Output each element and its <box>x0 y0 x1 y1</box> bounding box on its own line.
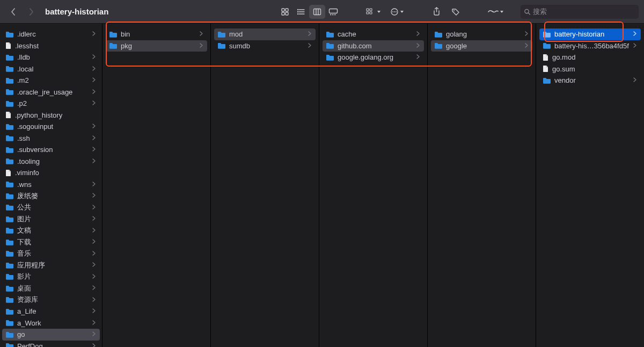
list-item[interactable]: github.com <box>323 40 424 52</box>
column-1[interactable]: binpkg <box>103 24 211 347</box>
list-item[interactable]: .p2 <box>2 98 100 110</box>
action-menu-button[interactable] <box>386 5 407 19</box>
list-item[interactable]: a_Work <box>2 317 100 329</box>
list-item[interactable]: go.sum <box>539 63 641 75</box>
list-item[interactable]: .m2 <box>2 75 100 86</box>
list-item[interactable]: 桌面 <box>2 283 100 294</box>
chevron-right-icon <box>308 43 311 49</box>
chevron-right-icon <box>416 43 420 49</box>
list-item[interactable]: .viminfo <box>2 167 100 179</box>
chevron-right-icon <box>92 285 96 291</box>
chevron-right-icon <box>92 182 96 187</box>
dropbox-button[interactable] <box>485 5 506 19</box>
list-item[interactable]: .wns <box>2 179 100 191</box>
list-item[interactable]: google <box>431 40 532 52</box>
item-label: .ssh <box>17 134 89 142</box>
list-item[interactable]: vendor <box>539 75 641 86</box>
list-item[interactable]: 影片 <box>2 271 100 283</box>
item-label: a_Work <box>17 319 89 327</box>
folder-icon <box>5 54 14 61</box>
view-list-button[interactable] <box>293 5 309 19</box>
svg-point-23 <box>394 11 395 12</box>
svg-rect-16 <box>334 14 336 15</box>
item-label: mod <box>229 30 305 38</box>
list-item[interactable]: go.mod <box>539 52 641 63</box>
list-item[interactable]: PerfDog <box>2 341 100 348</box>
list-item[interactable]: .subversion <box>2 144 100 156</box>
nav-back-button[interactable] <box>5 4 20 19</box>
list-item[interactable]: pkg <box>106 40 207 52</box>
chevron-right-icon <box>92 135 96 141</box>
view-icons-button[interactable] <box>277 5 293 19</box>
list-item[interactable]: 资源库 <box>2 294 100 306</box>
list-item[interactable]: 下载 <box>2 236 100 248</box>
svg-point-9 <box>298 13 298 14</box>
item-label: 下载 <box>17 237 89 247</box>
chevron-right-icon <box>92 100 96 106</box>
list-item[interactable]: sumdb <box>214 40 316 52</box>
chevron-right-icon <box>92 66 96 72</box>
chevron-right-icon <box>92 331 96 337</box>
tags-button[interactable] <box>448 5 464 19</box>
list-item[interactable]: .idlerc <box>2 28 100 40</box>
list-item[interactable]: google.golang.org <box>323 52 424 63</box>
item-label: battery-his…356ba4fd5f <box>554 42 630 50</box>
list-item[interactable]: go <box>2 329 100 341</box>
item-label: github.com <box>338 42 413 50</box>
folder-icon <box>5 181 14 187</box>
folder-icon <box>5 297 14 303</box>
group-by-button[interactable] <box>363 5 383 19</box>
list-item[interactable]: .ssh <box>2 133 100 144</box>
list-item[interactable]: 应用程序 <box>2 259 100 271</box>
list-item[interactable]: .python_history <box>2 110 100 121</box>
nav-forward-button[interactable] <box>24 4 39 19</box>
list-item[interactable]: bin <box>106 28 207 40</box>
list-item[interactable]: mod <box>214 28 316 40</box>
list-item[interactable]: 文稿 <box>2 225 100 237</box>
list-item[interactable]: battery-historian <box>539 28 641 40</box>
chevron-right-icon <box>92 251 96 257</box>
column-3[interactable]: cachegithub.comgoogle.golang.org <box>319 24 428 347</box>
item-label: a_Life <box>17 307 89 315</box>
list-item[interactable]: battery-his…356ba4fd5f <box>539 40 641 52</box>
chevron-right-icon <box>633 43 636 49</box>
item-label: go <box>17 330 89 338</box>
view-mode-cluster <box>277 5 341 19</box>
svg-rect-0 <box>282 9 284 11</box>
item-label: 资源库 <box>17 295 89 305</box>
search-icon <box>524 8 531 16</box>
list-item[interactable]: golang <box>431 28 532 40</box>
list-item[interactable]: .oracle_jre_usage <box>2 86 100 98</box>
column-2[interactable]: modsumdb <box>211 24 319 347</box>
column-5[interactable]: battery-historianbattery-his…356ba4fd5fg… <box>536 24 644 347</box>
folder-icon <box>5 227 14 234</box>
list-item[interactable]: cache <box>323 28 424 40</box>
list-item[interactable]: 公共 <box>2 202 100 214</box>
chevron-right-icon <box>92 343 96 347</box>
svg-rect-13 <box>330 9 338 13</box>
view-columns-button[interactable] <box>309 5 325 19</box>
item-label: .p2 <box>17 99 89 107</box>
chevron-right-icon <box>92 158 96 164</box>
view-gallery-button[interactable] <box>325 5 341 19</box>
column-4[interactable]: golanggoogle <box>428 24 536 347</box>
item-label: .m2 <box>17 76 89 84</box>
list-item[interactable]: .tooling <box>2 156 100 168</box>
folder-icon <box>5 331 14 338</box>
list-item[interactable]: .sogouinput <box>2 121 100 133</box>
search-field[interactable] <box>521 5 639 19</box>
folder-icon <box>109 42 118 49</box>
share-button[interactable] <box>428 5 444 19</box>
search-input[interactable] <box>533 8 635 16</box>
svg-rect-10 <box>314 9 321 15</box>
list-item[interactable]: .lesshst <box>2 40 100 52</box>
svg-rect-2 <box>282 12 284 15</box>
list-item[interactable]: .lldb <box>2 52 100 63</box>
column-0[interactable]: .idlerc.lesshst.lldb.local.m2.oracle_jre… <box>0 24 103 347</box>
list-item[interactable]: 废纸篓 <box>2 190 100 202</box>
list-item[interactable]: 音乐 <box>2 248 100 260</box>
folder-icon <box>217 42 226 49</box>
list-item[interactable]: 图片 <box>2 213 100 225</box>
list-item[interactable]: a_Life <box>2 306 100 317</box>
list-item[interactable]: .local <box>2 63 100 75</box>
